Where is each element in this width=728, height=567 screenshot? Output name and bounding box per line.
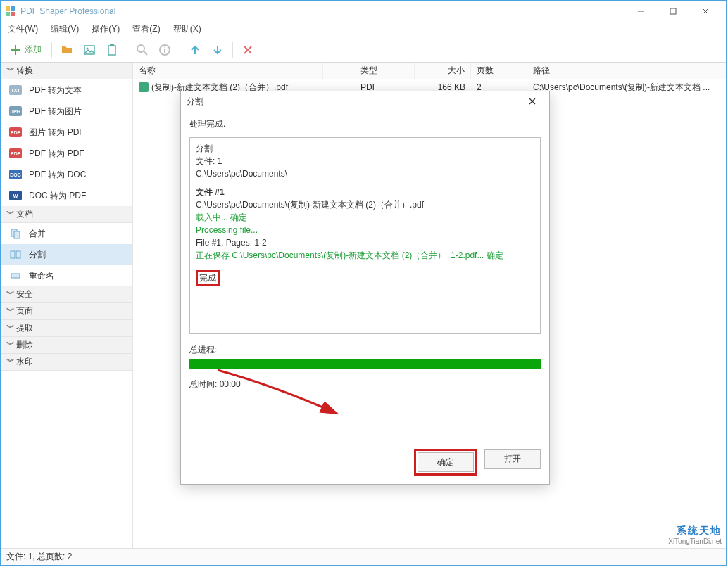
- svg-rect-10: [84, 46, 94, 54]
- svg-rect-22: [14, 231, 20, 238]
- progress-label: 总进程:: [189, 344, 541, 356]
- progress-bar: [189, 359, 541, 369]
- separator: [127, 42, 127, 58]
- toolbar: 添加: [1, 37, 726, 63]
- sidebar-item-split[interactable]: 分割: [1, 244, 132, 265]
- sidebar-item-pdf-to-text[interactable]: TXTPDF 转为文本: [1, 79, 132, 101]
- sidebar-item-doc-to-pdf[interactable]: WDOC 转为 PDF: [1, 185, 132, 206]
- col-name[interactable]: 名称: [133, 63, 323, 79]
- down-button[interactable]: [207, 39, 228, 60]
- menu-help[interactable]: 帮助(X): [170, 22, 204, 37]
- app-icon: [5, 6, 16, 17]
- open-button[interactable]: 打开: [484, 449, 541, 469]
- sidebar-item-image-to-pdf[interactable]: PDF图片 转为 PDF: [1, 122, 132, 143]
- sidebar-group-security[interactable]: ︾安全: [1, 286, 132, 303]
- svg-rect-1: [11, 6, 15, 11]
- sidebar-group-pages[interactable]: ︾页面: [1, 303, 132, 320]
- sidebar-item-merge[interactable]: 合并: [1, 223, 132, 244]
- svg-rect-2: [6, 12, 10, 16]
- menu-edit[interactable]: 编辑(V): [48, 22, 82, 37]
- split-dialog: 分割 处理完成. 分割 文件: 1 C:\Users\pc\Documents\…: [180, 91, 550, 485]
- statusbar: 文件: 1, 总页数: 2: [1, 548, 726, 565]
- chevron-right-icon: ︾: [6, 288, 12, 300]
- remove-button[interactable]: [237, 39, 258, 60]
- word-icon: W: [9, 189, 22, 202]
- sidebar-group-convert[interactable]: ︾转换: [1, 63, 132, 79]
- chevron-down-icon: ︾: [6, 208, 12, 220]
- svg-rect-23: [11, 251, 15, 258]
- separator: [232, 42, 233, 58]
- chevron-right-icon: ︾: [6, 356, 12, 368]
- jpg-icon: JPG: [9, 105, 22, 117]
- svg-point-14: [137, 45, 144, 52]
- watermark: 系统天地 XiTongTianDi.net: [668, 525, 722, 545]
- svg-point-18: [164, 46, 165, 48]
- info-button[interactable]: [154, 39, 175, 60]
- menu-file[interactable]: 文件(W): [5, 22, 41, 37]
- sidebar-item-pdf-to-pdf[interactable]: PDFPDF 转为 PDF: [1, 143, 132, 164]
- minimize-button[interactable]: [625, 1, 657, 22]
- separator: [51, 42, 52, 58]
- svg-rect-25: [11, 274, 20, 278]
- col-path[interactable]: 路径: [527, 63, 726, 79]
- dialog-title: 分割: [187, 96, 203, 108]
- doc-icon: DOC: [9, 168, 22, 181]
- chevron-right-icon: ︾: [6, 322, 12, 334]
- chevron-right-icon: ︾: [6, 305, 12, 317]
- window-title: PDF Shaper Professional: [20, 6, 625, 16]
- svg-rect-12: [108, 46, 115, 55]
- add-button[interactable]: 添加: [4, 39, 47, 60]
- search-button[interactable]: [132, 39, 153, 60]
- column-headers: 名称 类型 大小 页数 路径: [133, 63, 726, 79]
- dialog-close-button[interactable]: [521, 93, 544, 110]
- up-button[interactable]: [184, 39, 206, 60]
- svg-rect-3: [11, 12, 15, 16]
- pdf-icon: PDF: [9, 147, 22, 160]
- dialog-titlebar: 分割: [181, 91, 549, 111]
- image-button[interactable]: [79, 39, 100, 60]
- sidebar: ︾转换 TXTPDF 转为文本 JPGPDF 转为图片 PDF图片 转为 PDF…: [1, 63, 133, 548]
- pdf-icon: PDF: [9, 126, 22, 139]
- svg-rect-13: [110, 44, 114, 46]
- split-icon: [9, 248, 22, 261]
- ok-highlight: 确定: [414, 449, 477, 476]
- chevron-right-icon: ︾: [6, 339, 12, 351]
- col-pages[interactable]: 页数: [471, 63, 527, 79]
- sidebar-item-pdf-to-image[interactable]: JPGPDF 转为图片: [1, 101, 132, 122]
- merge-icon: [9, 227, 22, 240]
- close-button[interactable]: [689, 1, 722, 22]
- chevron-down-icon: ︾: [6, 65, 12, 77]
- rename-icon: [9, 269, 22, 282]
- finish-highlight: 完成: [196, 270, 220, 286]
- svg-line-15: [144, 51, 147, 55]
- svg-rect-24: [16, 251, 20, 258]
- pdf-file-icon: [139, 82, 149, 92]
- menubar: 文件(W) 编辑(V) 操作(Y) 查看(Z) 帮助(X): [1, 22, 726, 37]
- txt-icon: TXT: [9, 84, 22, 96]
- separator: [180, 42, 180, 58]
- sidebar-item-pdf-to-doc[interactable]: DOCPDF 转为 DOC: [1, 164, 132, 185]
- svg-rect-5: [670, 8, 676, 14]
- maximize-button[interactable]: [657, 1, 689, 22]
- sidebar-group-watermark[interactable]: ︾水印: [1, 354, 132, 371]
- time-label: 总时间: 00:00: [189, 378, 541, 390]
- titlebar: PDF Shaper Professional: [1, 1, 726, 22]
- done-label: 处理完成.: [189, 118, 541, 130]
- col-type[interactable]: 类型: [323, 63, 415, 79]
- svg-rect-0: [6, 6, 10, 11]
- sidebar-item-rename[interactable]: 重命名: [1, 265, 132, 286]
- menu-action[interactable]: 操作(Y): [89, 22, 123, 37]
- clipboard-button[interactable]: [101, 39, 123, 60]
- add-label: 添加: [25, 44, 42, 56]
- sidebar-group-delete[interactable]: ︾删除: [1, 337, 132, 354]
- sidebar-group-document[interactable]: ︾文档: [1, 206, 132, 223]
- ok-button[interactable]: 确定: [418, 452, 474, 472]
- folder-button[interactable]: [56, 39, 77, 60]
- col-size[interactable]: 大小: [415, 63, 471, 79]
- log-box: 分割 文件: 1 C:\Users\pc\Documents\ 文件 #1 C:…: [189, 137, 541, 334]
- menu-view[interactable]: 查看(Z): [130, 22, 163, 37]
- sidebar-group-extract[interactable]: ︾提取: [1, 320, 132, 337]
